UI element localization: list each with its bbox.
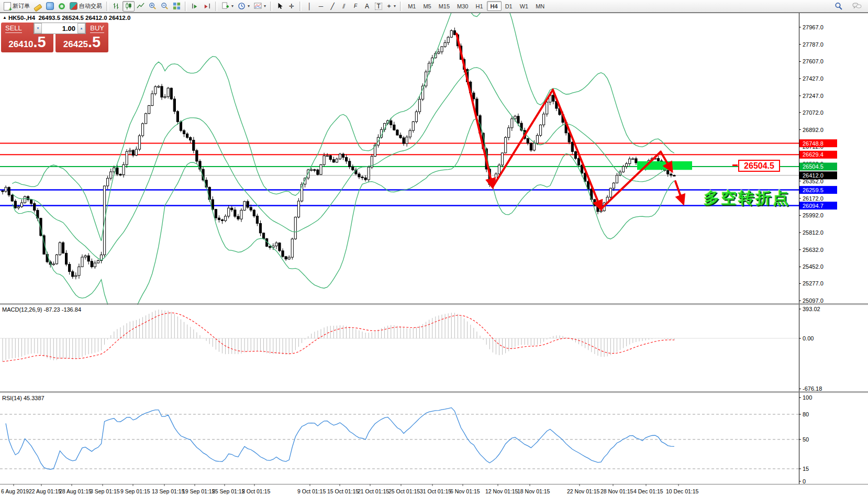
candle [508, 128, 510, 137]
toolbar-right-group [832, 1, 864, 12]
candle [72, 272, 74, 277]
candle [670, 174, 672, 175]
indicators-button[interactable]: ▾ [252, 1, 268, 12]
timeframe-button-m30[interactable]: M30 [453, 1, 472, 11]
zoom-in-button[interactable] [147, 1, 159, 12]
candle [173, 99, 175, 112]
bar-chart-icon [113, 2, 120, 10]
timeframe-button-m5[interactable]: M5 [419, 1, 435, 11]
label-tool-icon: T [375, 3, 382, 10]
price-tick-label: 25452.0 [803, 263, 824, 270]
macd-tick-label: 0.00 [803, 335, 814, 341]
candle [539, 125, 541, 135]
candle [116, 168, 118, 174]
candle [94, 263, 96, 267]
candle [501, 153, 503, 165]
text-tool-button[interactable]: A [361, 1, 373, 12]
candle [406, 137, 408, 144]
candle [368, 167, 370, 180]
label-tool-button[interactable]: T [373, 1, 384, 12]
candle [447, 37, 449, 42]
volume-decrease-button[interactable]: ▼ [34, 23, 42, 34]
candle [412, 122, 414, 130]
trendline-tool-button[interactable]: ╱ [327, 1, 338, 12]
vertical-line-icon: │ [307, 3, 311, 9]
time-tick-label: 28 Nov 01:15 [600, 488, 633, 494]
zoom-out-button[interactable] [159, 1, 171, 12]
candle [164, 97, 166, 98]
candle [253, 210, 255, 216]
timeframe-button-h1[interactable]: H1 [472, 1, 487, 11]
main-chart-svg[interactable]: 27967.027787.027607.027427.027247.027072… [0, 13, 868, 496]
candle [218, 218, 220, 219]
timeframe-button-m1[interactable]: M1 [404, 1, 419, 11]
candle [536, 135, 538, 143]
search-button[interactable] [832, 1, 845, 12]
search-icon [834, 2, 843, 10]
chat-button[interactable] [850, 1, 864, 12]
cursor-tool-button[interactable] [274, 1, 286, 12]
price-callout-annotation[interactable]: 26504.5 [738, 160, 780, 172]
candle [180, 122, 182, 130]
timeframe-button-h4[interactable]: H4 [487, 1, 502, 11]
candle [24, 196, 26, 203]
channel-tool-button[interactable]: ⫽ [338, 1, 350, 12]
charts-profile-button[interactable] [32, 1, 44, 12]
trend-note-annotation[interactable]: 多空转折点 [704, 188, 790, 209]
price-tick-label: 27607.0 [803, 58, 824, 64]
candle [418, 99, 420, 112]
candle [403, 138, 405, 144]
candle [616, 175, 618, 183]
auto-scroll-button[interactable] [189, 1, 201, 12]
auto-trading-button[interactable]: 自动交易 [68, 1, 104, 12]
candle [517, 116, 519, 123]
buy-price: 26425.5 [55, 34, 108, 51]
volume-increase-button[interactable]: ▲ [77, 23, 85, 34]
community-icon [46, 2, 54, 10]
line-chart-icon [137, 2, 144, 10]
crosshair-tool-button[interactable]: ✛ [286, 1, 297, 12]
chart-window[interactable]: 27967.027787.027607.027427.027247.027072… [0, 13, 868, 496]
time-tick-label: 6 Nov 01:15 [450, 488, 480, 494]
candle [361, 177, 363, 178]
price-tick-label: 25097.0 [803, 297, 824, 304]
time-tick-label: 6 Aug 2019 [1, 488, 29, 494]
line-chart-mode-button[interactable] [135, 1, 147, 12]
candle [571, 142, 573, 151]
vertical-line-tool-button[interactable]: │ [304, 1, 315, 12]
fibonacci-tool-button[interactable]: F [350, 1, 361, 12]
timeframe-button-m15[interactable]: M15 [435, 1, 453, 11]
timeframe-button-mn[interactable]: MN [532, 1, 548, 11]
time-tick-label: 9 Sep 01:15 [120, 488, 150, 494]
candle [208, 187, 210, 200]
candle [190, 137, 192, 140]
community-button[interactable] [44, 1, 56, 12]
timeframe-button-w1[interactable]: W1 [516, 1, 532, 11]
volume-input[interactable] [42, 23, 77, 34]
candle [358, 174, 360, 177]
shapes-icon: ✦ [386, 3, 392, 9]
price-tick-label: 25992.0 [803, 212, 824, 218]
symbol-ohlc: 26493.5 26524.5 26412.0 26412.0 [38, 15, 130, 21]
horizontal-line-tool-button[interactable]: ─ [315, 1, 327, 12]
candle [5, 188, 7, 192]
candle [126, 151, 128, 164]
templates-button[interactable]: ▾ [219, 1, 236, 12]
zoom-out-icon [161, 2, 169, 10]
candle [574, 151, 576, 158]
time-tick-label: 12 Nov 01:15 [485, 488, 518, 494]
time-tick-label: 22 Aug 01:15 [29, 488, 61, 494]
timeframe-button-d1[interactable]: D1 [502, 1, 516, 11]
periods-button[interactable]: ▾ [236, 1, 252, 12]
shapes-tool-button[interactable]: ✦ ▾ [384, 1, 398, 12]
chart-shift-button[interactable] [201, 1, 213, 12]
tile-windows-button[interactable] [171, 1, 183, 12]
price-tick-label: 27787.0 [803, 41, 824, 48]
bar-chart-mode-button[interactable] [110, 1, 123, 12]
rsi-tick-label: 0 [803, 478, 806, 484]
signals-button[interactable] [56, 1, 68, 12]
candle [399, 135, 402, 138]
new-order-button[interactable]: 新订单 [2, 1, 32, 12]
candlestick-mode-button[interactable] [123, 1, 135, 12]
time-tick-label: 25 Oct 01:15 [388, 488, 420, 494]
